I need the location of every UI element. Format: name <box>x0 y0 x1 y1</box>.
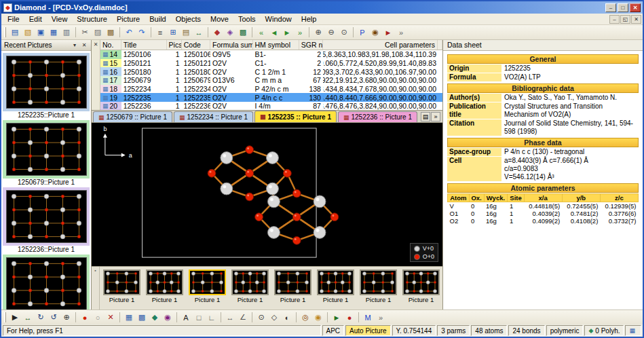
filmstrip-item[interactable]: Picture 1 <box>273 269 312 309</box>
picture-list-button[interactable]: ▤ <box>421 112 430 121</box>
paste-icon[interactable]: ▩ <box>105 26 117 39</box>
close-table-pane-icon[interactable]: ✕ <box>94 41 98 48</box>
column-header-title[interactable]: Title <box>121 40 167 50</box>
filmstrip-item[interactable]: Picture 1 <box>102 269 141 309</box>
animation-icon[interactable]: ► <box>382 26 394 39</box>
polyhedra-icon[interactable]: ◆ <box>149 312 161 324</box>
table-row[interactable]: ▦15125012111250121O2VC1-29.060,5.772,4.5… <box>100 59 442 68</box>
ellipsoids-icon[interactable]: ◉ <box>162 312 174 324</box>
first-record-icon[interactable]: « <box>255 26 267 39</box>
delete-object-icon[interactable]: ✕ <box>105 312 117 324</box>
spin-tool-icon[interactable]: ↺ <box>48 312 60 324</box>
axes-icon[interactable]: ∟ <box>206 312 218 324</box>
menu-edit[interactable]: Edit <box>24 14 47 24</box>
render-mode-icon[interactable]: ◎ <box>299 312 311 324</box>
filmstrip-item[interactable]: Picture 1 <box>231 269 269 309</box>
column-header-no-[interactable]: No. <box>100 40 121 50</box>
angle-measure-icon[interactable]: ∠ <box>237 312 249 324</box>
select-tool-icon[interactable]: ▶ <box>9 312 21 324</box>
mdi-close-button[interactable]: ✕ <box>631 15 641 24</box>
filmstrip-item[interactable]: Picture 1 <box>402 269 440 309</box>
print-icon[interactable]: ▥ <box>60 26 73 39</box>
menu-help[interactable]: Help <box>297 14 322 24</box>
menu-view[interactable]: View <box>47 14 73 24</box>
recent-picture-item[interactable]: 1250679::Picture 1 <box>3 120 90 187</box>
zoom-in-icon[interactable]: ⊕ <box>312 26 324 39</box>
zoom-out-icon[interactable]: ⊖ <box>325 26 337 39</box>
table-row[interactable]: ▦17125067911250679O13V6C m m a6711.922,1… <box>100 76 442 85</box>
picture-tab[interactable]: ▦1252236 :: Picture 1 <box>338 111 417 122</box>
structure-list-icon[interactable]: ≡ <box>154 26 166 39</box>
column-header-cell-parameters[interactable]: Cell parameters <box>323 40 438 50</box>
table-row[interactable]: ▦14125010611250106O9V5B1-27.005,8.363,10… <box>100 50 442 59</box>
table-row[interactable]: ▦16125018011250180O2VC 1 2/m 11212.093,3… <box>100 67 442 76</box>
save-all-icon[interactable]: ▦ <box>48 26 60 39</box>
close-button[interactable]: ✕ <box>630 3 641 12</box>
save-icon[interactable]: ▣ <box>35 26 47 39</box>
recent-picture-item[interactable]: 1252235::Picture 1 <box>3 53 90 119</box>
picture-tab[interactable]: ▦1252235 :: Picture 1 <box>254 111 337 122</box>
filmstrip-item[interactable]: Picture 1 <box>316 269 355 309</box>
recent-picture-item[interactable]: 1252236::Picture 1 <box>3 187 90 254</box>
distances-icon[interactable]: ↔ <box>193 26 205 39</box>
structure-wizard-icon[interactable]: ◈ <box>224 26 236 39</box>
data-sheet-icon[interactable]: ▤ <box>180 26 192 39</box>
table-row[interactable]: ▦19125223511252235O2VP 4/n c c1308.440,8… <box>100 93 442 102</box>
previous-record-icon[interactable]: ◄ <box>268 26 280 39</box>
column-header-hm-symbol[interactable]: HM symbol <box>253 40 299 50</box>
new-document-icon[interactable]: ▤ <box>9 26 21 39</box>
filmstrip-item[interactable]: Picture 1 <box>359 269 398 309</box>
menu-file[interactable]: File <box>3 14 24 24</box>
fit-to-window-icon[interactable]: ⊙ <box>338 26 350 39</box>
panel-close-icon[interactable]: ✕ <box>80 42 88 48</box>
render-photo-icon[interactable]: ◉ <box>369 26 381 39</box>
fill-unit-cell-icon[interactable]: ▩ <box>237 26 249 39</box>
bottom-toolbar-overflow-icon[interactable]: » <box>375 312 387 324</box>
view-direction-icon[interactable]: ⊙ <box>255 312 267 324</box>
column-header-sgr-no-[interactable]: SGR no. <box>299 40 323 50</box>
zoom-tool-icon[interactable]: ⊕ <box>60 312 73 324</box>
column-header-code[interactable]: Code <box>182 40 210 50</box>
add-atom-icon[interactable]: ● <box>79 312 91 324</box>
atom-labels-icon[interactable]: A <box>180 312 192 324</box>
add-bond-icon[interactable]: ○ <box>92 312 104 324</box>
menu-window[interactable]: Window <box>261 14 297 24</box>
menu-tools[interactable]: Tools <box>233 14 261 24</box>
record-movie-icon[interactable]: ● <box>343 312 356 324</box>
cell-edges-icon[interactable]: □ <box>193 312 205 324</box>
tab-scroll-right-button[interactable]: » <box>431 112 440 121</box>
structure-canvas[interactable]: ba V+0O+0 <box>92 123 442 266</box>
menu-move[interactable]: Move <box>206 14 233 24</box>
last-record-icon[interactable]: » <box>294 26 306 39</box>
recent-picture-item[interactable] <box>3 255 90 309</box>
column-header-pics[interactable]: Pics <box>167 40 182 50</box>
mdi-restore-button[interactable]: ◱ <box>620 15 630 24</box>
menu-build[interactable]: Build <box>145 14 170 24</box>
picture-tab[interactable]: ▦1252234 :: Picture 1 <box>174 111 253 122</box>
lighting-icon[interactable]: ◉ <box>312 312 324 324</box>
filmstrip-item[interactable]: Picture 1 <box>145 269 184 309</box>
copy-icon[interactable]: ▨ <box>92 26 104 39</box>
title-bar[interactable]: ◆ Diamond - [PCD-VxOy.diamdoc] –□✕ <box>1 1 643 14</box>
data-table-icon[interactable]: ⊞ <box>167 26 179 39</box>
cut-icon[interactable]: ✂ <box>79 26 91 39</box>
fill-cell-icon[interactable]: ▦ <box>123 312 135 324</box>
panel-menu-icon[interactable]: ▾ <box>71 42 79 48</box>
packing-icon[interactable]: ▩ <box>136 312 148 324</box>
filmstrip-item[interactable]: Picture 1 <box>188 269 227 309</box>
new-picture-icon[interactable]: ◆ <box>211 26 223 39</box>
table-row[interactable]: ▦18125223411252234O2VP 42/n c m1388.434,… <box>100 85 442 94</box>
maximize-button[interactable]: □ <box>618 3 628 12</box>
rotate-tool-icon[interactable]: ↻ <box>35 312 47 324</box>
menu-structure[interactable]: Structure <box>72 14 112 24</box>
povray-icon[interactable]: P <box>356 26 368 39</box>
menu-objects[interactable]: Objects <box>171 14 206 24</box>
column-header-formula-sum[interactable]: Formula sum <box>210 40 252 50</box>
pan-tool-icon[interactable]: ↔ <box>22 312 34 324</box>
redo-icon[interactable]: ↷ <box>136 26 148 39</box>
picture-tab[interactable]: ▦1250679 :: Picture 1 <box>93 111 172 122</box>
stereo-view-icon[interactable]: ◐ <box>281 312 293 324</box>
mdi-minimize-button[interactable]: – <box>609 15 620 24</box>
distance-measure-icon[interactable]: ↔ <box>224 312 236 324</box>
open-file-icon[interactable]: ▧ <box>22 26 34 39</box>
